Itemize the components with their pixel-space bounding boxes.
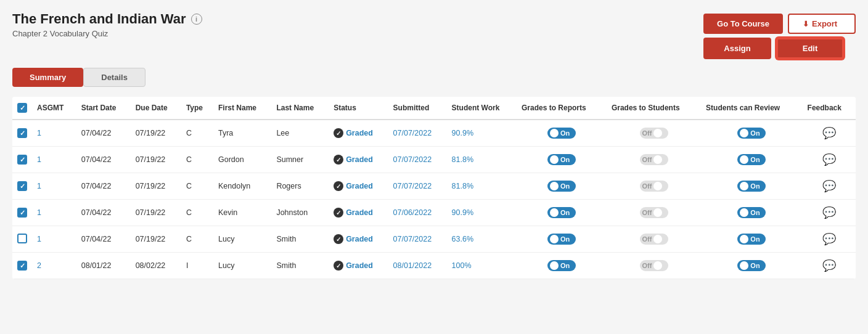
toggle-students-review-1[interactable]: On xyxy=(737,154,766,165)
start-date-0: 07/04/22 xyxy=(76,120,131,147)
row-checkbox-3[interactable] xyxy=(17,208,27,218)
edit-button[interactable]: Edit xyxy=(776,38,844,59)
toggle-students-review-2[interactable]: On xyxy=(737,181,766,192)
last-name-4: Smith xyxy=(271,226,329,253)
first-name-1: Gordon xyxy=(213,147,271,173)
graded-icon-1: ✓ xyxy=(334,155,343,165)
student-work-4[interactable]: 63.6% xyxy=(452,235,473,243)
col-students-review: Students can Review xyxy=(701,97,803,120)
toggle-grades-students-4[interactable]: Off xyxy=(640,234,668,245)
assignment-table: ASGMT Start Date Due Date Type First Nam… xyxy=(12,97,856,279)
feedback-icon-5[interactable]: 💬 xyxy=(822,259,836,272)
submitted-link-4[interactable]: 07/07/2022 xyxy=(393,235,432,243)
first-name-5: Lucy xyxy=(213,253,271,279)
toggle-grades-students-3[interactable]: Off xyxy=(640,207,668,218)
toggle-students-review-0[interactable]: On xyxy=(737,128,766,139)
row-checkbox-4[interactable] xyxy=(17,234,27,243)
tabs-row: Summary Details xyxy=(12,68,856,87)
first-name-3: Kevin xyxy=(213,200,271,226)
toggle-grades-reports-1[interactable]: On xyxy=(547,154,576,165)
toggle-grades-students-5[interactable]: Off xyxy=(640,260,668,271)
type-0: C xyxy=(181,120,213,147)
student-work-0[interactable]: 90.9% xyxy=(452,129,473,137)
due-date-3: 07/19/22 xyxy=(131,200,181,226)
feedback-icon-0[interactable]: 💬 xyxy=(822,127,836,139)
feedback-icon-2[interactable]: 💬 xyxy=(822,180,836,192)
graded-icon-0: ✓ xyxy=(334,128,343,138)
type-1: C xyxy=(181,147,213,173)
tab-details[interactable]: Details xyxy=(83,68,145,87)
student-work-5[interactable]: 100% xyxy=(452,261,472,270)
table-header-row: ASGMT Start Date Due Date Type First Nam… xyxy=(12,97,856,120)
toggle-circle-icon xyxy=(653,129,662,137)
type-5: I xyxy=(181,253,213,279)
go-to-course-button[interactable]: Go To Course xyxy=(703,14,783,34)
toggle-circle-icon xyxy=(550,182,559,190)
asgmt-link-1[interactable]: 1 xyxy=(37,155,41,164)
table-row: 107/04/2207/19/22CGordonSumner✓Graded07/… xyxy=(12,147,856,173)
row-checkbox-0[interactable] xyxy=(17,128,27,138)
row-checkbox-2[interactable] xyxy=(17,181,27,191)
header-section: The French and Indian War i Chapter 2 Vo… xyxy=(12,11,856,59)
toggle-students-review-5[interactable]: On xyxy=(737,260,766,271)
toggle-grades-students-1[interactable]: Off xyxy=(640,154,668,165)
submitted-link-2[interactable]: 07/07/2022 xyxy=(393,182,432,190)
assign-button[interactable]: Assign xyxy=(703,38,771,59)
table-row: 107/04/2207/19/22CKevinJohnston✓Graded07… xyxy=(12,200,856,226)
toggle-grades-reports-4[interactable]: On xyxy=(547,234,576,245)
asgmt-link-3[interactable]: 1 xyxy=(37,208,41,217)
student-work-2[interactable]: 81.8% xyxy=(452,182,473,190)
due-date-5: 08/02/22 xyxy=(131,253,181,279)
toggle-grades-reports-0[interactable]: On xyxy=(547,128,576,139)
submitted-link-3[interactable]: 07/06/2022 xyxy=(393,208,432,217)
asgmt-link-4[interactable]: 1 xyxy=(37,235,41,243)
last-name-2: Rogers xyxy=(271,173,329,200)
feedback-icon-1[interactable]: 💬 xyxy=(822,153,836,166)
status-text-1: Graded xyxy=(346,155,373,164)
row-checkbox-5[interactable] xyxy=(17,261,27,271)
submitted-link-0[interactable]: 07/07/2022 xyxy=(393,129,432,137)
toggle-students-review-3[interactable]: On xyxy=(737,207,766,218)
status-text-5: Graded xyxy=(346,261,373,270)
page-container: The French and Indian War i Chapter 2 Vo… xyxy=(0,0,868,334)
toggle-circle-icon xyxy=(653,182,662,190)
col-due-date: Due Date xyxy=(131,97,181,120)
submitted-link-5[interactable]: 08/01/2022 xyxy=(393,261,432,270)
status-text-3: Graded xyxy=(346,208,373,217)
feedback-icon-4[interactable]: 💬 xyxy=(822,233,836,245)
student-work-1[interactable]: 81.8% xyxy=(452,155,473,164)
tab-summary[interactable]: Summary xyxy=(12,68,83,87)
toggle-circle-icon xyxy=(740,208,748,217)
select-all-checkbox[interactable] xyxy=(17,103,27,113)
header-actions: Go To Course ⬇ Export Assign Edit xyxy=(703,14,856,59)
col-student-work: Student Work xyxy=(447,97,517,120)
first-name-0: Tyra xyxy=(213,120,271,147)
row-checkbox-1[interactable] xyxy=(17,155,27,165)
table-row: 107/04/2207/19/22CTyraLee✓Graded07/07/20… xyxy=(12,120,856,147)
subtitle: Chapter 2 Vocabulary Quiz xyxy=(12,29,202,38)
toggle-grades-students-0[interactable]: Off xyxy=(640,128,668,139)
start-date-3: 07/04/22 xyxy=(76,200,131,226)
asgmt-link-2[interactable]: 1 xyxy=(37,182,41,190)
first-name-4: Lucy xyxy=(213,226,271,253)
toggle-circle-icon xyxy=(653,208,662,217)
asgmt-link-0[interactable]: 1 xyxy=(37,129,41,137)
page-title: The French and Indian War xyxy=(12,11,186,27)
feedback-icon-3[interactable]: 💬 xyxy=(822,206,836,219)
type-2: C xyxy=(181,173,213,200)
export-button[interactable]: ⬇ Export xyxy=(788,14,856,34)
toggle-students-review-4[interactable]: On xyxy=(737,234,766,245)
toggle-grades-reports-2[interactable]: On xyxy=(547,181,576,192)
info-icon[interactable]: i xyxy=(191,14,202,25)
asgmt-link-5[interactable]: 2 xyxy=(37,261,41,270)
toggle-grades-students-2[interactable]: Off xyxy=(640,181,668,192)
toggle-grades-reports-5[interactable]: On xyxy=(547,260,576,271)
toggle-circle-icon xyxy=(740,129,748,137)
table-row: 208/01/2208/02/22ILucySmith✓Graded08/01/… xyxy=(12,253,856,279)
col-status: Status xyxy=(329,97,388,120)
toggle-grades-reports-3[interactable]: On xyxy=(547,207,576,218)
due-date-0: 07/19/22 xyxy=(131,120,181,147)
bottom-button-row: Assign Edit xyxy=(703,38,856,59)
submitted-link-1[interactable]: 07/07/2022 xyxy=(393,155,432,164)
student-work-3[interactable]: 90.9% xyxy=(452,208,473,217)
